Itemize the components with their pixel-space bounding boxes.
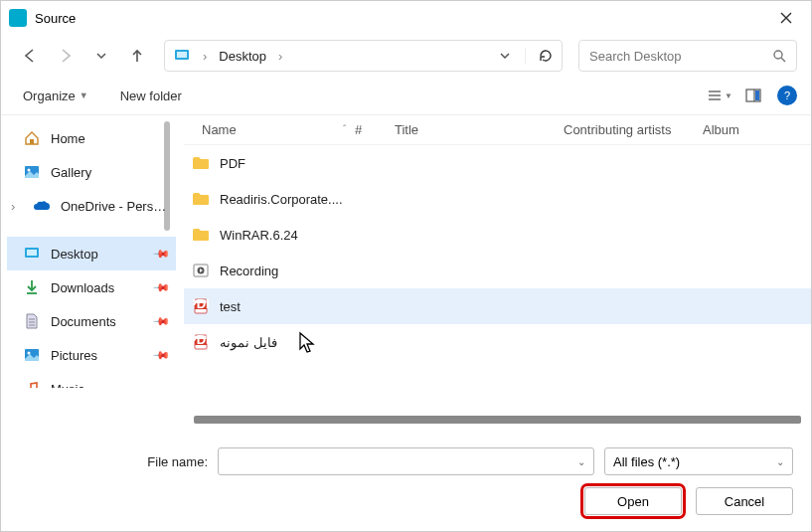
cancel-button[interactable]: Cancel xyxy=(696,487,793,515)
nav-toolbar: › Desktop › Search Desktop xyxy=(1,35,811,77)
forward-button[interactable] xyxy=(51,41,81,71)
col-album[interactable]: Album xyxy=(703,122,782,137)
filename-label: File name: xyxy=(19,454,208,469)
desktop-icon xyxy=(23,245,41,263)
sidebar-label: Downloads xyxy=(51,280,114,295)
home-icon xyxy=(23,129,41,147)
sidebar-item-onedrive[interactable]: › OneDrive - Pers… xyxy=(7,189,176,223)
file-name: test xyxy=(220,299,241,314)
svg-line-6 xyxy=(781,58,785,62)
titlebar: Source xyxy=(1,1,811,35)
file-row[interactable]: PDFفایل نمونه xyxy=(184,324,811,360)
gallery-icon xyxy=(23,163,41,181)
breadcrumb-separator: › xyxy=(276,49,284,64)
breadcrumb[interactable]: Desktop xyxy=(219,49,266,64)
onedrive-icon xyxy=(33,197,51,215)
folder-icon xyxy=(192,190,210,208)
svg-text:PDF: PDF xyxy=(193,334,209,347)
main-area: Home Gallery › OneDrive - Pers… Desktop … xyxy=(1,114,811,434)
chevron-down-icon[interactable]: ⌄ xyxy=(577,456,585,467)
svg-rect-4 xyxy=(177,52,187,58)
sidebar-item-home[interactable]: Home xyxy=(7,121,176,155)
sidebar-label: Documents xyxy=(51,314,116,329)
refresh-button[interactable] xyxy=(525,48,554,64)
pin-icon: 📌 xyxy=(151,345,170,364)
open-file-dialog: Source › Desktop › Search Desktop Organi… xyxy=(0,0,812,532)
svg-text:PDF: PDF xyxy=(193,298,209,311)
sidebar-label: Pictures xyxy=(51,348,97,363)
video-icon xyxy=(192,262,210,279)
sidebar-label: Music xyxy=(51,382,84,389)
address-bar[interactable]: › Desktop › xyxy=(164,40,563,72)
breadcrumb-separator: › xyxy=(201,49,209,64)
file-row[interactable]: PDF xyxy=(184,145,811,181)
svg-point-23 xyxy=(28,352,31,355)
file-row[interactable]: WinRAR.6.24 xyxy=(184,217,811,253)
file-row[interactable]: Readiris.Corporate.... xyxy=(184,181,811,217)
sidebar-item-desktop[interactable]: Desktop 📌 xyxy=(7,237,176,270)
chevron-down-icon: ▼ xyxy=(80,90,88,100)
new-folder-button[interactable]: New folder xyxy=(112,85,190,107)
horizontal-scrollbar[interactable] xyxy=(194,416,801,424)
pdf-icon: PDF xyxy=(192,297,210,315)
sort-indicator: ˆ xyxy=(343,124,353,135)
music-icon xyxy=(23,380,41,388)
chevron-right-icon: › xyxy=(11,199,23,214)
view-mode-button[interactable]: ▼ xyxy=(706,82,733,109)
file-name: Readiris.Corporate.... xyxy=(220,192,343,207)
sidebar-item-music[interactable]: Music xyxy=(7,372,176,388)
organize-menu[interactable]: Organize ▼ xyxy=(15,85,96,107)
col-name[interactable]: Name xyxy=(184,122,343,137)
sidebar-item-pictures[interactable]: Pictures 📌 xyxy=(7,338,176,372)
desktop-icon xyxy=(173,47,191,65)
pdf-icon: PDF xyxy=(192,333,210,351)
downloads-icon xyxy=(23,278,41,296)
file-name: PDF xyxy=(220,156,245,171)
file-row[interactable]: Recording xyxy=(184,253,811,288)
pin-icon: 📌 xyxy=(151,277,170,296)
open-button[interactable]: Open xyxy=(584,487,682,515)
filter-label: All files (*.*) xyxy=(613,454,776,469)
up-button[interactable] xyxy=(122,41,152,71)
help-button[interactable]: ? xyxy=(777,86,797,105)
folder-icon xyxy=(192,226,210,244)
window-title: Source xyxy=(35,11,76,26)
pin-icon: 📌 xyxy=(151,311,170,330)
svg-rect-12 xyxy=(755,90,759,100)
sidebar-label: Desktop xyxy=(51,247,98,262)
back-button[interactable] xyxy=(15,41,45,71)
svg-rect-13 xyxy=(30,139,34,144)
address-dropdown[interactable] xyxy=(499,50,511,62)
search-placeholder: Search Desktop xyxy=(589,49,772,64)
app-icon xyxy=(9,9,27,27)
file-name: WinRAR.6.24 xyxy=(220,228,298,243)
col-title[interactable]: Title xyxy=(395,122,564,137)
sidebar-item-downloads[interactable]: Downloads 📌 xyxy=(7,270,176,304)
sidebar-item-documents[interactable]: Documents 📌 xyxy=(7,304,176,338)
dialog-footer: File name: ⌄ All files (*.*) ⌄ Open Canc… xyxy=(1,434,811,531)
sidebar-item-gallery[interactable]: Gallery xyxy=(7,155,176,189)
recent-dropdown[interactable] xyxy=(86,41,116,71)
search-input[interactable]: Search Desktop xyxy=(578,40,797,72)
close-button[interactable] xyxy=(769,1,803,35)
nav-sidebar: Home Gallery › OneDrive - Pers… Desktop … xyxy=(1,115,176,434)
command-toolbar: Organize ▼ New folder ▼ ? xyxy=(1,77,811,114)
search-icon xyxy=(772,49,786,63)
file-rows: PDFReadiris.Corporate....WinRAR.6.24Reco… xyxy=(184,145,811,410)
file-name: فایل نمونه xyxy=(220,335,277,350)
svg-point-5 xyxy=(774,51,782,59)
column-headers: Name ˆ # Title Contributing artists Albu… xyxy=(184,115,811,145)
pictures-icon xyxy=(23,346,41,364)
col-contributing[interactable]: Contributing artists xyxy=(564,122,703,137)
sidebar-label: OneDrive - Pers… xyxy=(61,199,166,214)
sidebar-label: Gallery xyxy=(51,165,91,180)
folder-icon xyxy=(192,154,210,172)
col-number[interactable]: # xyxy=(355,122,395,137)
documents-icon xyxy=(23,312,41,330)
svg-rect-17 xyxy=(27,250,37,256)
file-filter-dropdown[interactable]: All files (*.*) ⌄ xyxy=(604,447,793,475)
filename-input[interactable]: ⌄ xyxy=(218,447,594,475)
file-name: Recording xyxy=(220,264,278,278)
file-row[interactable]: PDFtest xyxy=(184,288,811,324)
preview-pane-button[interactable] xyxy=(739,82,767,109)
